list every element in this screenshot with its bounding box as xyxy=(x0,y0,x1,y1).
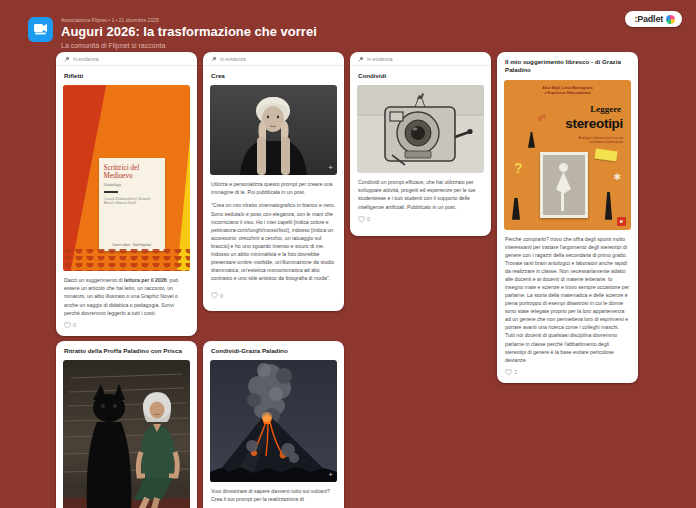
body-text: Perché comprarlo? trovo che offra degli … xyxy=(505,236,629,363)
post-image-woman-with-dog[interactable] xyxy=(63,360,190,508)
body-text: Condividi un prompt efficace, che hai ut… xyxy=(358,179,475,209)
plus-icon: + xyxy=(328,164,333,172)
figure-doodle xyxy=(604,192,613,220)
plus-icon: + xyxy=(328,471,333,479)
padlet-board: Associazione Flipnet • 1 • 21 dicembre 2… xyxy=(0,0,696,508)
padlet-brand-badge[interactable]: :Padlet xyxy=(625,11,682,27)
pinned-label: In evidenza xyxy=(367,56,393,62)
vintage-camera-illustration xyxy=(357,85,484,173)
heart-outline-icon xyxy=(211,292,218,299)
post-image-vintage-camera[interactable] xyxy=(357,85,484,173)
post-title: Ritratto della Proffa Paladino con Prisc… xyxy=(56,341,197,358)
volcano-eruption-illustration xyxy=(210,360,337,482)
post-body: Perché comprarlo? trovo che offra degli … xyxy=(497,230,638,366)
woman-and-dog-illustration xyxy=(63,360,190,508)
heart-outline-icon xyxy=(64,322,71,329)
book-title: Scrittrici del Medioevo xyxy=(104,164,160,181)
pinned-bar: In evidenza xyxy=(350,52,491,66)
pinned-label: In evidenza xyxy=(73,56,99,62)
like-count: 0 xyxy=(220,293,223,299)
post-title: Condividi xyxy=(350,66,491,83)
post-body: Dacci un suggerimento di lettura per il … xyxy=(56,271,197,318)
bw-portrait-illustration xyxy=(210,85,337,175)
post-image-volcano[interactable]: + xyxy=(210,360,337,482)
board-header-text: Associazione Flipnet • 1 • 21 dicembre 2… xyxy=(61,17,317,49)
body-text: Dacci un suggerimento di xyxy=(64,277,124,283)
post-card-condividi[interactable]: In evidenza Condividi xyxy=(350,52,491,236)
padlet-logo-icon xyxy=(666,15,675,24)
book-authors-line: e Esperance Hakuzwimana xyxy=(545,91,591,95)
flipnet-logo-icon xyxy=(33,23,48,36)
board-meta: Associazione Flipnet • 1 • 21 dicembre 2… xyxy=(61,17,317,23)
like-count: 0 xyxy=(73,322,76,328)
ballerina-photo xyxy=(540,152,588,218)
book-authors: Alice Bigli, Luisa Montagnaro e Esperanc… xyxy=(504,86,631,97)
post-title: Rifletti xyxy=(56,66,197,83)
question-mark-doodle: ? xyxy=(514,160,523,176)
like-button[interactable]: 2 xyxy=(497,366,638,383)
post-card-libresco[interactable]: Il mio suggerimento libresco - di Grazia… xyxy=(497,52,638,383)
book-authors-line: Alice Bigli, Luisa Montagnaro xyxy=(542,86,592,90)
book-subtitle: Antologia e laboratori per la scuola sec… xyxy=(565,136,623,145)
post-body: Condividi un prompt efficace, che hai ut… xyxy=(350,173,491,212)
body-text: Vuoi dimostrare di sapere davvero tutto … xyxy=(211,488,330,502)
body-text-bold: lettura per il 2026 xyxy=(124,277,167,283)
post-image-book-cover[interactable]: Alice Bigli, Luisa Montagnaro e Esperanc… xyxy=(504,80,631,230)
post-image-portrait[interactable]: + xyxy=(210,85,337,175)
book-title-main: stereotipi xyxy=(565,116,623,131)
post-title: Crea xyxy=(203,66,344,83)
cover-scallop-pattern xyxy=(63,249,190,271)
post-image-book-cover[interactable]: Scrittrici del Medioevo Un'antologia A c… xyxy=(63,85,190,271)
pushpin-icon xyxy=(64,56,70,62)
book-title-accent: gli xyxy=(538,112,546,121)
body-paragraph: Utilizza e personalizza questo prompt pe… xyxy=(211,180,336,196)
pinned-bar: In evidenza xyxy=(56,52,197,66)
board-header: Associazione Flipnet • 1 • 21 dicembre 2… xyxy=(28,17,317,49)
post-title: Il mio suggerimento libresco - di Grazia… xyxy=(497,52,638,78)
pushpin-icon xyxy=(358,56,364,62)
post-card-rifletti[interactable]: In evidenza Rifletti Scrittrici del Medi… xyxy=(56,52,197,336)
post-body: Utilizza e personalizza questo prompt pe… xyxy=(203,175,344,289)
board-avatar xyxy=(28,17,53,42)
book-publisher: Carocci editore · Studi Superiori xyxy=(104,243,160,247)
heart-outline-icon xyxy=(505,369,512,376)
book-front: Scrittrici del Medioevo Un'antologia A c… xyxy=(99,158,165,251)
post-card-crea[interactable]: In evidenza Crea xyxy=(203,52,344,311)
like-button[interactable]: 0 xyxy=(203,289,344,306)
like-button[interactable]: 0 xyxy=(56,319,197,336)
sticky-note-doodle xyxy=(594,148,617,161)
heart-outline-icon xyxy=(358,216,365,223)
like-button[interactable]: 0 xyxy=(350,213,491,230)
book-authors: A cura di Elisabetta Bartoli, Donatella … xyxy=(104,197,160,205)
figure-doodle xyxy=(512,198,520,220)
pinned-bar: In evidenza xyxy=(203,52,344,66)
post-body: Vuoi dimostrare di sapere davvero tutto … xyxy=(203,482,344,505)
book-title-top: Leggere xyxy=(590,104,621,114)
book-subtitle: Un'antologia xyxy=(104,183,160,187)
pinned-label: In evidenza xyxy=(220,56,246,62)
post-card-ritratto[interactable]: Ritratto della Proffa Paladino con Prisc… xyxy=(56,341,197,508)
board-title: Auguri 2026: la trasformazione che vorre… xyxy=(61,25,317,39)
asterisk-doodle: ✱ xyxy=(613,172,621,182)
like-count: 2 xyxy=(514,369,517,375)
like-count: 0 xyxy=(367,216,370,222)
body-paragraph: "Crea un mio ritratto cinematografico in… xyxy=(211,201,336,282)
pushpin-icon xyxy=(211,56,217,62)
padlet-wordmark: :Padlet xyxy=(634,14,663,24)
board-subtitle: La comunità di Flipnet si racconta xyxy=(61,42,317,49)
post-title: Condividi-Grazia Paladino xyxy=(203,341,344,358)
figure-doodle xyxy=(528,132,535,148)
divider xyxy=(104,191,118,193)
publisher-logo: e xyxy=(617,217,626,226)
post-card-vulcano[interactable]: Condividi-Grazia Paladino xyxy=(203,341,344,508)
